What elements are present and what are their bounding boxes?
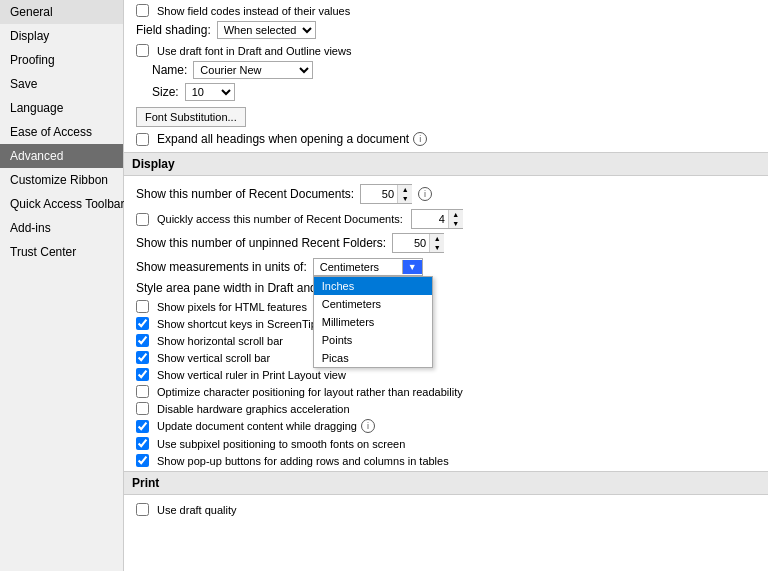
use-draft-font-label: Use draft font in Draft and Outline view…: [157, 45, 351, 57]
measurements-option-inches[interactable]: Inches: [314, 277, 432, 295]
font-name-select[interactable]: Courier NewArialTimes New Roman: [193, 61, 313, 79]
show-shortcut-checkbox[interactable]: [136, 317, 149, 330]
show-vertical-ruler-row: Show vertical ruler in Print Layout view: [136, 368, 756, 381]
use-subpixel-checkbox[interactable]: [136, 437, 149, 450]
sidebar-item-save[interactable]: Save: [0, 72, 123, 96]
measurements-option-millimeters[interactable]: Millimeters: [314, 313, 432, 331]
show-vertical-checkbox[interactable]: [136, 351, 149, 364]
sidebar-item-advanced[interactable]: Advanced: [0, 144, 123, 168]
measurements-current-value: Centimeters: [314, 259, 402, 275]
name-label: Name:: [152, 63, 187, 77]
unpinned-folders-row: Show this number of unpinned Recent Fold…: [136, 233, 756, 253]
show-popup-row: Show pop-up buttons for adding rows and …: [136, 454, 756, 467]
show-horizontal-row: Show horizontal scroll bar: [136, 334, 756, 347]
recent-docs-spinbox: ▲ ▼: [360, 184, 412, 204]
update-document-checkbox[interactable]: [136, 420, 149, 433]
sidebar-item-proofing[interactable]: Proofing: [0, 48, 123, 72]
print-section-header: Print: [124, 471, 768, 495]
unpinned-folders-label: Show this number of unpinned Recent Fold…: [136, 236, 386, 250]
update-document-row: Update document content while dragging i: [136, 419, 756, 433]
recent-docs-row: Show this number of Recent Documents: ▲ …: [136, 184, 756, 204]
disable-hardware-row: Disable hardware graphics acceleration: [136, 402, 756, 415]
quickly-access-row: Quickly access this number of Recent Doc…: [136, 209, 756, 229]
use-subpixel-row: Use subpixel positioning to smooth fonts…: [136, 437, 756, 450]
measurements-dropdown-list: Inches Centimeters Millimeters Points Pi…: [313, 276, 433, 368]
recent-docs-info-icon[interactable]: i: [418, 187, 432, 201]
measurements-option-points[interactable]: Points: [314, 331, 432, 349]
measurements-option-picas[interactable]: Picas: [314, 349, 432, 367]
update-document-label: Update document content while dragging: [157, 420, 357, 432]
show-horizontal-checkbox[interactable]: [136, 334, 149, 347]
show-field-codes-row: Show field codes instead of their values: [136, 4, 756, 17]
expand-headings-row: Expand all headings when opening a docum…: [136, 132, 756, 146]
measurements-dropdown-btn[interactable]: Centimeters ▼: [313, 258, 423, 276]
use-draft-quality-label: Use draft quality: [157, 504, 236, 516]
expand-headings-checkbox[interactable]: [136, 133, 149, 146]
sidebar-item-add-ins[interactable]: Add-ins: [0, 216, 123, 240]
show-field-codes-checkbox[interactable]: [136, 4, 149, 17]
sidebar-item-ease-of-access[interactable]: Ease of Access: [0, 120, 123, 144]
measurements-label: Show measurements in units of:: [136, 260, 307, 274]
measurements-dropdown-container: Centimeters ▼ Inches Centimeters Millime…: [313, 258, 423, 276]
show-vertical-label: Show vertical scroll bar: [157, 352, 270, 364]
print-section-label: Print: [132, 476, 159, 490]
sidebar-item-language[interactable]: Language: [0, 96, 123, 120]
recent-docs-up-arrow[interactable]: ▲: [398, 185, 412, 194]
use-draft-font-row: Use draft font in Draft and Outline view…: [136, 44, 756, 57]
quickly-access-down-arrow[interactable]: ▼: [449, 219, 463, 228]
expand-headings-label: Expand all headings when opening a docum…: [157, 132, 409, 146]
optimize-character-row: Optimize character positioning for layou…: [136, 385, 756, 398]
unpinned-folders-up-arrow[interactable]: ▲: [430, 234, 444, 243]
font-substitution-button[interactable]: Font Substitution...: [136, 107, 246, 127]
show-vertical-ruler-checkbox[interactable]: [136, 368, 149, 381]
measurements-option-centimeters[interactable]: Centimeters: [314, 295, 432, 313]
use-draft-quality-checkbox[interactable]: [136, 503, 149, 516]
update-document-info-icon[interactable]: i: [361, 419, 375, 433]
show-field-codes-label: Show field codes instead of their values: [157, 5, 350, 17]
sidebar-item-display[interactable]: Display: [0, 24, 123, 48]
expand-headings-info-icon[interactable]: i: [413, 132, 427, 146]
sidebar-item-trust-center[interactable]: Trust Center: [0, 240, 123, 264]
display-section-label: Display: [132, 157, 175, 171]
optimize-character-checkbox[interactable]: [136, 385, 149, 398]
disable-hardware-checkbox[interactable]: [136, 402, 149, 415]
quickly-access-arrows: ▲ ▼: [448, 210, 463, 228]
show-pixels-checkbox[interactable]: [136, 300, 149, 313]
sidebar-item-customize-ribbon[interactable]: Customize Ribbon: [0, 168, 123, 192]
unpinned-folders-arrows: ▲ ▼: [429, 234, 444, 252]
show-vertical-row: Show vertical scroll bar: [136, 351, 756, 364]
measurements-arrow-btn[interactable]: ▼: [402, 260, 422, 274]
show-popup-checkbox[interactable]: [136, 454, 149, 467]
show-popup-label: Show pop-up buttons for adding rows and …: [157, 455, 449, 467]
show-vertical-ruler-label: Show vertical ruler in Print Layout view: [157, 369, 346, 381]
unpinned-folders-input[interactable]: [393, 236, 429, 250]
size-label: Size:: [152, 85, 179, 99]
show-pixels-label: Show pixels for HTML features: [157, 301, 307, 313]
field-shading-select[interactable]: AlwaysWhen selectedNever: [217, 21, 316, 39]
quickly-access-label: Quickly access this number of Recent Doc…: [157, 213, 403, 225]
quickly-access-spinbox: ▲ ▼: [411, 209, 463, 229]
quickly-access-checkbox[interactable]: [136, 213, 149, 226]
font-size-select[interactable]: 89101112: [185, 83, 235, 101]
recent-docs-arrows: ▲ ▼: [397, 185, 412, 203]
style-area-row: Style area pane width in Draft and Outli…: [136, 281, 756, 295]
recent-docs-input[interactable]: [361, 187, 397, 201]
unpinned-folders-down-arrow[interactable]: ▼: [430, 243, 444, 252]
field-shading-row: Field shading: AlwaysWhen selectedNever: [136, 21, 756, 39]
use-subpixel-label: Use subpixel positioning to smooth fonts…: [157, 438, 405, 450]
use-draft-font-checkbox[interactable]: [136, 44, 149, 57]
show-shortcut-row: Show shortcut keys in ScreenTips: [136, 317, 756, 330]
recent-docs-label: Show this number of Recent Documents:: [136, 187, 354, 201]
show-pixels-row: Show pixels for HTML features: [136, 300, 756, 313]
sidebar-item-quick-access-toolbar[interactable]: Quick Access Toolbar: [0, 192, 123, 216]
recent-docs-down-arrow[interactable]: ▼: [398, 194, 412, 203]
display-section-header: Display: [124, 152, 768, 176]
quickly-access-up-arrow[interactable]: ▲: [449, 210, 463, 219]
use-draft-quality-row: Use draft quality: [136, 503, 756, 516]
disable-hardware-label: Disable hardware graphics acceleration: [157, 403, 350, 415]
sidebar-item-general[interactable]: General: [0, 0, 123, 24]
font-name-row: Name: Courier NewArialTimes New Roman: [136, 61, 756, 79]
quickly-access-input[interactable]: [412, 212, 448, 226]
sidebar: GeneralDisplayProofingSaveLanguageEase o…: [0, 0, 124, 571]
optimize-character-label: Optimize character positioning for layou…: [157, 386, 463, 398]
